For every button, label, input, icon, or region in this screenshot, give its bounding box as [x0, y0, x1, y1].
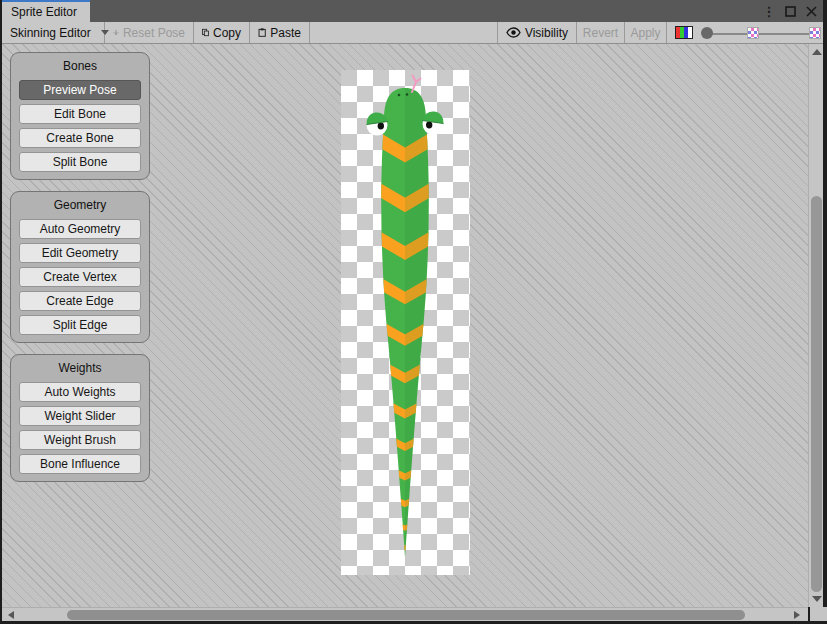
scrollbar-corner — [810, 607, 827, 621]
panel-title: Geometry — [19, 197, 141, 219]
sprite-editor-window: Sprite Editor ⋮ Skinning Editor Reset Po… — [0, 0, 827, 624]
opacity-slider[interactable] — [701, 22, 823, 43]
paste-label: Paste — [270, 26, 301, 40]
sprite-canvas[interactable] — [341, 70, 470, 575]
scroll-down-icon[interactable] — [812, 596, 822, 602]
panel-buttons: Auto GeometryEdit GeometryCreate VertexC… — [19, 219, 141, 335]
create-bone-button[interactable]: Create Bone — [19, 128, 141, 148]
create-edge-button[interactable]: Create Edge — [19, 291, 141, 311]
toolbar: Skinning Editor Reset Pose Copy — [2, 22, 823, 44]
vertical-scroll-thumb[interactable] — [811, 196, 822, 592]
snake-pupil — [378, 123, 384, 130]
edit-bone-button[interactable]: Edit Bone — [19, 104, 141, 124]
visibility-label: Visibility — [525, 26, 568, 40]
horizontal-scroll-thumb[interactable] — [67, 610, 745, 620]
create-vertex-button[interactable]: Create Vertex — [19, 267, 141, 287]
revert-button[interactable]: Revert — [577, 22, 625, 43]
auto-geometry-button[interactable]: Auto Geometry — [19, 219, 141, 239]
vertical-scrollbar[interactable] — [808, 44, 823, 607]
window-controls: ⋮ — [762, 0, 823, 22]
scroll-up-icon[interactable] — [812, 49, 822, 55]
panel-bones: BonesPreview PoseEdit BoneCreate BoneSpl… — [10, 52, 150, 180]
tab-bar: Sprite Editor ⋮ — [2, 0, 823, 22]
toolbar-spacer — [310, 22, 497, 43]
maximize-icon[interactable] — [783, 4, 797, 18]
panel-title: Weights — [19, 360, 141, 382]
panel-buttons: Auto WeightsWeight SliderWeight BrushBon… — [19, 382, 141, 474]
scroll-right-icon[interactable] — [794, 611, 800, 619]
editor-canvas-area[interactable]: BonesPreview PoseEdit BoneCreate BoneSpl… — [2, 44, 823, 607]
sprite-swatch-section — [667, 22, 701, 43]
skinning-editor-dropdown[interactable]: Skinning Editor — [2, 22, 105, 43]
paste-button[interactable]: Paste — [250, 22, 310, 43]
slider-track[interactable] — [705, 33, 820, 35]
split-edge-button[interactable]: Split Edge — [19, 315, 141, 335]
snake-nostril — [406, 93, 409, 96]
panel-weights: WeightsAuto WeightsWeight SliderWeight B… — [10, 354, 150, 482]
tab-sprite-editor[interactable]: Sprite Editor — [2, 0, 90, 22]
weight-brush-button[interactable]: Weight Brush — [19, 430, 141, 450]
tool-panels: BonesPreview PoseEdit BoneCreate BoneSpl… — [10, 52, 150, 482]
snake-shading — [405, 70, 470, 575]
reset-pose-label: Reset Pose — [123, 26, 185, 40]
split-bone-button[interactable]: Split Bone — [19, 152, 141, 172]
preview-pose-button[interactable]: Preview Pose — [19, 80, 141, 100]
bone-influence-button[interactable]: Bone Influence — [19, 454, 141, 474]
panel-title: Bones — [19, 58, 141, 80]
copy-icon — [202, 26, 209, 39]
panel-geometry: GeometryAuto GeometryEdit GeometryCreate… — [10, 191, 150, 343]
slider-checker-end-icon — [809, 27, 821, 39]
tab-title: Sprite Editor — [11, 5, 77, 19]
snake-pupil — [426, 122, 432, 129]
edit-geometry-button[interactable]: Edit Geometry — [19, 243, 141, 263]
slider-checker-mid-icon — [747, 27, 759, 39]
close-icon[interactable] — [804, 4, 818, 18]
visibility-button[interactable]: Visibility — [497, 22, 577, 43]
snake-tongue — [412, 76, 421, 93]
reset-pose-button[interactable]: Reset Pose — [105, 22, 194, 43]
paste-icon — [258, 26, 266, 39]
skinning-editor-label: Skinning Editor — [10, 26, 91, 40]
auto-weights-button[interactable]: Auto Weights — [19, 382, 141, 402]
menu-icon[interactable]: ⋮ — [762, 4, 776, 18]
weight-slider-button[interactable]: Weight Slider — [19, 406, 141, 426]
eye-icon — [506, 27, 521, 38]
horizontal-scrollbar[interactable] — [2, 607, 808, 621]
copy-label: Copy — [213, 26, 241, 40]
slider-handle[interactable] — [701, 27, 713, 39]
scroll-left-icon[interactable] — [8, 611, 14, 619]
color-swatch-button[interactable] — [675, 26, 693, 39]
snake-nostril — [398, 94, 401, 97]
reset-pose-icon — [113, 26, 119, 39]
panel-buttons: Preview PoseEdit BoneCreate BoneSplit Bo… — [19, 80, 141, 172]
apply-label: Apply — [630, 26, 660, 40]
copy-button[interactable]: Copy — [194, 22, 250, 43]
apply-button[interactable]: Apply — [625, 22, 667, 43]
snake-sprite — [341, 70, 470, 575]
revert-label: Revert — [583, 26, 618, 40]
